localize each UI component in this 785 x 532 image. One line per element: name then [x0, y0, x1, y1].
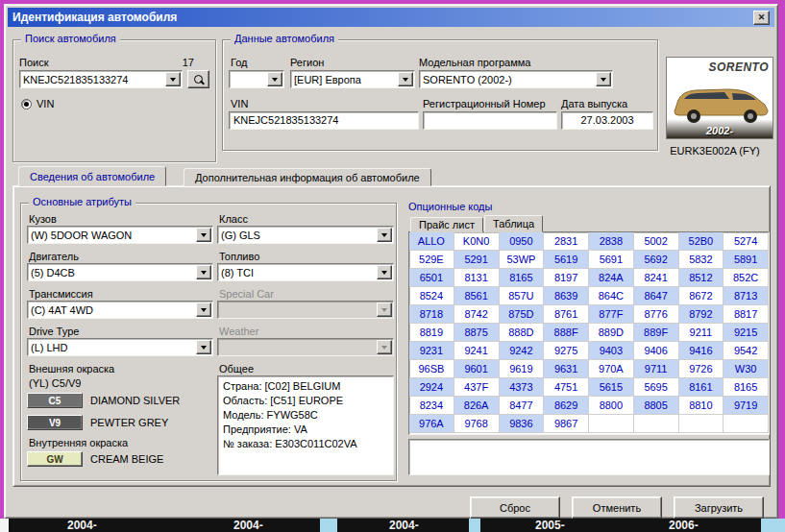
option-code-cell[interactable]: 8165	[500, 269, 545, 287]
option-code-cell[interactable]: 6501	[409, 269, 454, 287]
option-code-cell[interactable]: 875D	[500, 305, 545, 324]
search-input[interactable]: KNEJC521835133274	[19, 70, 183, 88]
option-code-cell[interactable]: 5691	[589, 251, 634, 269]
option-code-cell[interactable]: 8639	[544, 287, 589, 305]
option-code-cell[interactable]: 9416	[679, 342, 724, 360]
vin-field[interactable]: KNEJC521835133274	[229, 111, 419, 130]
option-code-cell[interactable]: 857U	[500, 287, 545, 305]
option-code-cell[interactable]: 5695	[634, 378, 679, 397]
option-code-cell[interactable]: 9836	[500, 415, 545, 433]
option-code-cell[interactable]: 5832	[679, 251, 724, 269]
option-code-cell[interactable]: 96SB	[409, 360, 454, 378]
body-combo[interactable]: (W) 5DOOR WAGON	[27, 226, 213, 244]
option-code-cell[interactable]: 4373	[500, 378, 545, 397]
option-code-cell[interactable]: 8810	[679, 397, 724, 415]
color-swatch-v9[interactable]: V9	[27, 415, 83, 430]
option-code-cell[interactable]: 8165	[724, 378, 769, 397]
option-code-cell[interactable]: 826A	[454, 397, 500, 415]
option-code-cell[interactable]: 2838	[589, 232, 634, 251]
option-code-cell[interactable]: 52B0	[679, 232, 724, 251]
close-button[interactable]: ✕	[753, 11, 770, 25]
option-code-cell[interactable]: 8477	[500, 397, 545, 415]
option-code-cell[interactable]: 8241	[634, 269, 679, 287]
year-dropdown-button[interactable]	[267, 72, 282, 86]
release-date-field[interactable]: 27.03.2003	[561, 111, 653, 130]
class-dropdown-button[interactable]	[377, 228, 392, 242]
option-code-cell[interactable]: 5891	[724, 251, 769, 269]
option-code-cell[interactable]: 9768	[454, 415, 500, 433]
option-code-cell[interactable]: 9601	[454, 360, 500, 378]
option-code-cell[interactable]: 437F	[454, 378, 500, 397]
load-button[interactable]: Загрузить	[674, 496, 764, 519]
option-code-cell[interactable]: 9726	[679, 360, 724, 378]
year-combo[interactable]	[229, 70, 284, 88]
option-code-cell[interactable]: 970A	[589, 360, 634, 378]
region-combo[interactable]: [EUR] Европа	[290, 70, 415, 88]
option-code-cell[interactable]: 888F	[544, 324, 589, 342]
option-code-cell[interactable]: 0950	[500, 232, 545, 251]
option-code-cell[interactable]: 5002	[634, 232, 679, 251]
option-code-cell[interactable]: 9231	[409, 342, 454, 360]
model-dropdown-button[interactable]	[596, 72, 611, 86]
option-code-cell[interactable]: 8819	[409, 324, 454, 342]
engine-combo[interactable]: (5) D4CB	[27, 263, 213, 281]
option-code-cell[interactable]: K0N0	[454, 232, 500, 251]
search-dropdown-button[interactable]	[165, 72, 181, 86]
option-code-cell[interactable]: 8512	[679, 269, 724, 287]
option-code-cell[interactable]: 9215	[724, 324, 769, 342]
reset-button[interactable]: Сброс	[470, 496, 560, 519]
option-code-cell[interactable]: 9711	[634, 360, 679, 378]
color-swatch-c5[interactable]: C5	[27, 393, 83, 408]
transmission-dropdown-button[interactable]	[196, 302, 211, 317]
option-code-cell[interactable]: 8672	[679, 287, 724, 305]
option-code-cell[interactable]: 9403	[589, 342, 634, 360]
option-code-cell[interactable]: 9242	[500, 342, 545, 360]
option-code-cell[interactable]: 9275	[544, 342, 589, 360]
color-swatch-gw[interactable]: GW	[27, 451, 83, 467]
transmission-combo[interactable]: (C) 4AT 4WD	[27, 301, 213, 319]
option-code-cell[interactable]: 8561	[454, 287, 500, 305]
option-code-cell[interactable]: 8161	[679, 378, 724, 397]
search-button[interactable]	[187, 70, 209, 88]
tab-vehicle-info[interactable]: Сведения об автомобиле	[18, 166, 166, 186]
option-code-cell[interactable]: 8817	[724, 305, 769, 324]
option-code-cell[interactable]: 889F	[634, 324, 679, 342]
option-code-cell[interactable]: 8197	[544, 269, 589, 287]
option-code-cell[interactable]: 889D	[589, 324, 634, 342]
option-code-cell[interactable]: 877F	[589, 305, 634, 324]
option-code-cell[interactable]: 8647	[634, 287, 679, 305]
option-code-cell[interactable]: 9631	[544, 360, 589, 378]
region-dropdown-button[interactable]	[398, 72, 413, 86]
option-code-cell[interactable]: 5692	[634, 251, 679, 269]
option-code-cell[interactable]: ALLO	[409, 232, 454, 251]
option-code-cell[interactable]: 8718	[409, 305, 454, 324]
option-code-cell[interactable]: 8776	[634, 305, 679, 324]
option-code-cell[interactable]: 8524	[409, 287, 454, 305]
option-code-cell[interactable]: 9719	[724, 397, 769, 415]
cancel-button[interactable]: Отменить	[572, 496, 662, 519]
option-code-cell[interactable]: 9867	[544, 415, 589, 433]
option-code-cell[interactable]: 8792	[679, 305, 724, 324]
drive-type-dropdown-button[interactable]	[196, 340, 211, 354]
option-code-cell[interactable]: 5619	[544, 251, 589, 269]
option-code-cell[interactable]: 53WP	[500, 251, 545, 269]
option-code-cell[interactable]: 5291	[454, 251, 500, 269]
option-code-cell[interactable]: 864C	[589, 287, 634, 305]
option-code-cell[interactable]: 8629	[544, 397, 589, 415]
tab-table[interactable]: Таблица	[484, 215, 543, 232]
fuel-combo[interactable]: (8) TCI	[217, 263, 394, 281]
fuel-dropdown-button[interactable]	[377, 265, 392, 279]
option-code-cell[interactable]: 5274	[724, 232, 769, 251]
class-combo[interactable]: (G) GLS	[217, 226, 394, 244]
tab-price-list[interactable]: Прайс лист	[410, 217, 483, 232]
drive-type-combo[interactable]: (L) LHD	[27, 338, 213, 356]
option-code-cell[interactable]: 8742	[454, 305, 500, 324]
option-code-cell[interactable]: 852C	[724, 269, 769, 287]
vin-radio-row[interactable]: VIN	[21, 98, 54, 109]
option-code-cell[interactable]: 9619	[500, 360, 545, 378]
option-code-cell[interactable]: 9211	[679, 324, 724, 342]
vin-radio-selected[interactable]	[21, 99, 32, 109]
option-code-cell[interactable]: 5615	[589, 378, 634, 397]
engine-dropdown-button[interactable]	[196, 265, 211, 279]
option-code-cell[interactable]: 8761	[544, 305, 589, 324]
